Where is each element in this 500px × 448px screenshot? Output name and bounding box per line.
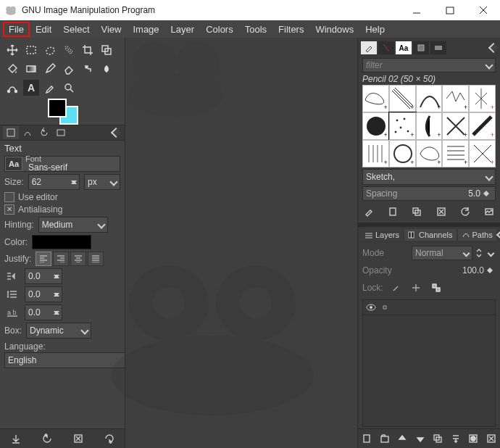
antialias-checkbox[interactable] [4,204,14,215]
layer-down-button[interactable] [412,431,428,447]
fg-bg-colors[interactable] [48,99,78,125]
duplicate-layer-button[interactable] [430,431,446,447]
patterns-tab[interactable] [378,41,394,54]
brush-cell[interactable]: + [416,140,443,167]
text-color-swatch[interactable] [32,235,91,249]
tool-eraser[interactable] [61,61,77,77]
tool-crop[interactable] [80,42,96,58]
tool-clone[interactable] [80,61,96,77]
menu-tools[interactable]: Tools [239,22,272,37]
save-tool-preset-button[interactable] [8,431,24,447]
brush-cell[interactable]: + [442,140,469,167]
layer-up-button[interactable] [394,431,410,447]
brush-cell[interactable]: + [416,112,443,140]
menu-file[interactable]: File [3,22,30,37]
refresh-brushes-button[interactable] [457,204,473,220]
dock-tab-undo-history[interactable] [36,126,52,139]
tab-paths[interactable]: Paths [458,229,496,241]
mask-button[interactable] [465,431,481,447]
close-button[interactable] [467,0,500,20]
tool-bucket[interactable] [4,61,20,77]
tool-smudge[interactable] [99,61,114,77]
tab-channels[interactable]: Channels [404,229,456,241]
brush-cell[interactable]: + [389,140,416,167]
fonts-tab[interactable]: Aa [396,41,412,54]
brush-cell[interactable]: + [469,140,496,167]
brushes-dock-menu[interactable] [490,44,497,51]
edit-brush-button[interactable] [361,204,377,220]
brush-filter-input[interactable]: filter [362,58,496,72]
size-input[interactable]: 62 [28,174,80,190]
tool-color-picker[interactable] [42,80,58,96]
tool-path[interactable] [4,80,20,96]
brush-cell[interactable]: + [362,85,389,112]
menu-windows[interactable]: Windows [309,22,359,37]
brush-cell[interactable]: + [442,112,469,140]
merge-down-button[interactable] [448,431,464,447]
minimize-button[interactable] [400,0,433,20]
gradients-tab[interactable] [430,41,446,54]
justify-center-button[interactable] [70,252,86,266]
tool-text[interactable]: A [23,80,39,96]
link-icon[interactable] [380,303,389,312]
dock-tab-images[interactable] [53,126,69,139]
fg-color-swatch[interactable] [48,99,67,117]
font-selector[interactable]: Aa Font Sans-serif [4,156,120,172]
tool-move[interactable] [4,42,20,58]
reset-tool-preset-button[interactable] [101,431,117,447]
delete-layer-button[interactable] [483,431,499,447]
layer-row[interactable] [363,300,495,315]
brush-cell-selected[interactable]: + [389,112,416,140]
visibility-icon[interactable] [366,304,376,311]
history-tab[interactable] [413,41,429,54]
brush-cell[interactable]: + [389,85,416,112]
menu-edit[interactable]: Edit [30,22,57,37]
lock-position-button[interactable] [408,280,424,296]
delete-tool-preset-button[interactable] [70,431,86,447]
maximize-button[interactable] [433,0,467,20]
brushes-tab[interactable] [361,41,377,54]
menu-help[interactable]: Help [359,22,391,37]
brush-cell[interactable]: + [362,140,389,167]
tool-pencil[interactable] [42,61,58,77]
tool-fuzzy-select[interactable] [61,42,77,58]
brush-spacing-slider[interactable]: Spacing 5.0 [362,186,496,201]
brush-cell[interactable]: + [362,112,389,140]
mode-menu-button[interactable] [486,245,496,261]
new-brush-button[interactable] [385,204,401,220]
letterspacing-input[interactable]: 0.0 [25,304,62,320]
brush-cell[interactable]: + [469,85,496,112]
box-combo[interactable]: Dynamic [26,323,91,339]
layers-dock-menu[interactable] [498,231,500,238]
new-group-button[interactable] [377,431,393,447]
justify-left-button[interactable] [36,252,51,266]
duplicate-brush-button[interactable] [409,204,425,220]
brush-preset-combo[interactable]: Sketch, [362,169,496,185]
lock-pixels-button[interactable] [388,280,404,296]
mode-switch-button[interactable] [472,245,486,261]
use-editor-checkbox[interactable] [4,192,14,202]
justify-right-button[interactable] [53,252,69,266]
restore-tool-preset-button[interactable] [39,431,55,447]
indent-input[interactable]: 0.0 [25,268,62,284]
size-unit-combo[interactable]: px [84,174,120,190]
brush-grid[interactable]: + + + + + + + + + + + + + + + [362,85,496,167]
open-as-image-button[interactable] [481,204,497,220]
tool-gradient[interactable] [23,61,39,77]
tool-rect-select[interactable] [23,42,39,58]
delete-brush-button[interactable] [433,204,449,220]
brush-cell[interactable]: + [442,85,469,112]
menu-filters[interactable]: Filters [272,22,309,37]
blendmode-combo[interactable]: Normal [412,246,472,260]
canvas-area[interactable] [125,38,357,448]
tool-free-select[interactable] [42,42,58,58]
hinting-combo[interactable]: Medium [38,217,108,233]
layer-list[interactable] [362,299,496,427]
dock-menu-button[interactable] [110,127,122,138]
lock-alpha-button[interactable] [428,280,444,296]
brush-cell[interactable]: + [416,85,443,112]
dock-tab-device-status[interactable] [20,126,36,139]
brush-cell[interactable]: + [469,112,496,140]
tool-zoom[interactable] [61,80,77,96]
linespacing-input[interactable]: 0.0 [25,286,62,302]
